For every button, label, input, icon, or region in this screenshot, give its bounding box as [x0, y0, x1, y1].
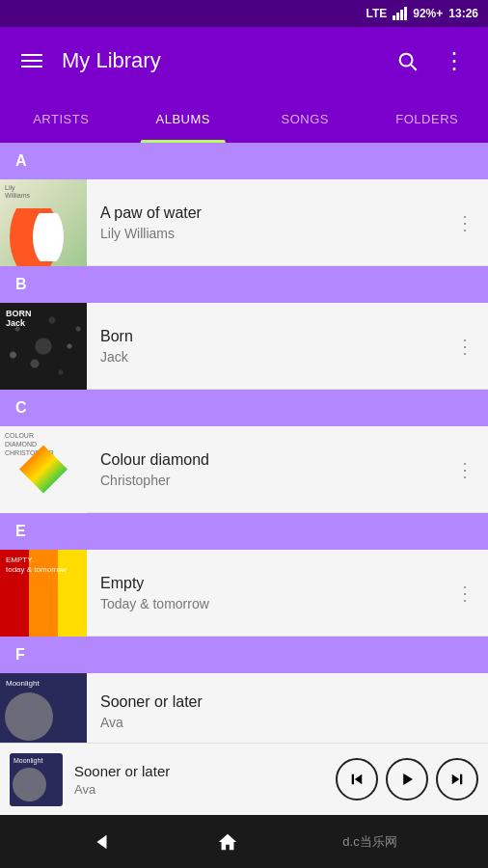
album-artist: Today & tomorrow	[100, 596, 428, 611]
now-playing-info: Sooner or later Ava	[63, 763, 336, 797]
album-item[interactable]: Moonlight Sooner or later Ava	[0, 673, 488, 743]
menu-button[interactable]	[14, 46, 50, 75]
tab-songs[interactable]: SONGS	[244, 95, 366, 143]
album-more-button[interactable]: ⋮	[442, 325, 488, 367]
album-more-button[interactable]: ⋮	[442, 448, 488, 491]
album-thumb-moonlight: Moonlight	[0, 673, 87, 744]
album-info: Colour diamond Christopher	[87, 451, 442, 488]
album-info: Sooner or later Ava	[87, 693, 488, 730]
album-list: A LilyWilliams A paw of water Lily Willi…	[0, 143, 488, 743]
back-button[interactable]	[91, 831, 112, 853]
album-title: Colour diamond	[100, 451, 428, 469]
hamburger-line	[21, 60, 42, 62]
now-playing-artist: Ava	[74, 782, 324, 797]
album-artist: Jack	[100, 349, 428, 365]
album-artist: Ava	[100, 715, 474, 730]
album-artist: Lily Williams	[100, 226, 428, 241]
player-controls	[336, 758, 478, 800]
svg-marker-4	[403, 773, 413, 785]
album-item[interactable]: BORNJack Born Jack ⋮	[0, 303, 488, 390]
album-thumb-apaw: LilyWilliams	[0, 179, 87, 266]
svg-marker-8	[219, 833, 236, 850]
tab-artists[interactable]: ARTISTS	[0, 95, 122, 143]
header: My Library ⋮	[0, 27, 488, 95]
album-thumb-empty: EMPTYtoday & tomorrow	[0, 550, 87, 637]
status-bar: LTE 92%+ 13:26	[0, 0, 488, 27]
section-header-b: B	[0, 266, 488, 303]
nav-bar: d.c当乐网	[0, 815, 488, 868]
hamburger-line	[21, 54, 42, 56]
album-item[interactable]: COLOURDIAMONDCHRISTOPHER Colour diamond …	[0, 426, 488, 513]
album-info: Born Jack	[87, 328, 442, 365]
album-artist: Christopher	[100, 473, 428, 488]
svg-line-1	[411, 65, 416, 69]
search-button[interactable]	[389, 42, 425, 79]
now-playing-bar: Moonlight Sooner or later Ava	[0, 743, 488, 815]
album-info: A paw of water Lily Williams	[87, 204, 442, 241]
svg-marker-5	[452, 774, 460, 785]
album-title: Born	[100, 328, 428, 345]
more-options-button[interactable]: ⋮	[435, 40, 474, 82]
album-thumb-colour: COLOURDIAMONDCHRISTOPHER	[0, 426, 87, 513]
album-info: Empty Today & tomorrow	[87, 575, 442, 611]
network-label: LTE	[366, 7, 387, 20]
svg-marker-2	[355, 774, 363, 785]
album-title: A paw of water	[100, 204, 428, 222]
signal-icon	[393, 7, 407, 20]
now-playing-title: Sooner or later	[74, 763, 324, 779]
page-title: My Library	[62, 48, 389, 73]
album-item[interactable]: LilyWilliams A paw of water Lily William…	[0, 179, 488, 266]
section-header-c: C	[0, 390, 488, 426]
time-label: 13:26	[448, 7, 478, 20]
hamburger-line	[21, 66, 42, 68]
album-more-button[interactable]: ⋮	[442, 202, 488, 244]
home-button[interactable]	[217, 831, 238, 853]
tabs-bar: ARTISTS ALBUMS SONGS FOLDERS	[0, 95, 488, 143]
album-title: Sooner or later	[100, 693, 474, 711]
battery-label: 92%+	[413, 7, 443, 20]
play-button[interactable]	[386, 758, 428, 800]
svg-rect-3	[352, 774, 354, 785]
section-header-f: F	[0, 637, 488, 673]
album-title: Empty	[100, 575, 428, 592]
tab-albums[interactable]: ALBUMS	[122, 95, 245, 143]
svg-marker-7	[97, 834, 107, 849]
album-more-button[interactable]: ⋮	[442, 572, 488, 614]
album-thumb-born: BORNJack	[0, 303, 87, 390]
tab-folders[interactable]: FOLDERS	[366, 95, 489, 143]
now-playing-thumb: Moonlight	[10, 753, 63, 806]
section-header-a: A	[0, 143, 488, 179]
previous-button[interactable]	[336, 758, 378, 800]
svg-rect-6	[460, 774, 462, 785]
section-header-e: E	[0, 513, 488, 550]
watermark: d.c当乐网	[342, 833, 396, 851]
next-button[interactable]	[436, 758, 478, 800]
header-icons: ⋮	[389, 40, 474, 82]
album-item[interactable]: EMPTYtoday & tomorrow Empty Today & tomo…	[0, 550, 488, 637]
